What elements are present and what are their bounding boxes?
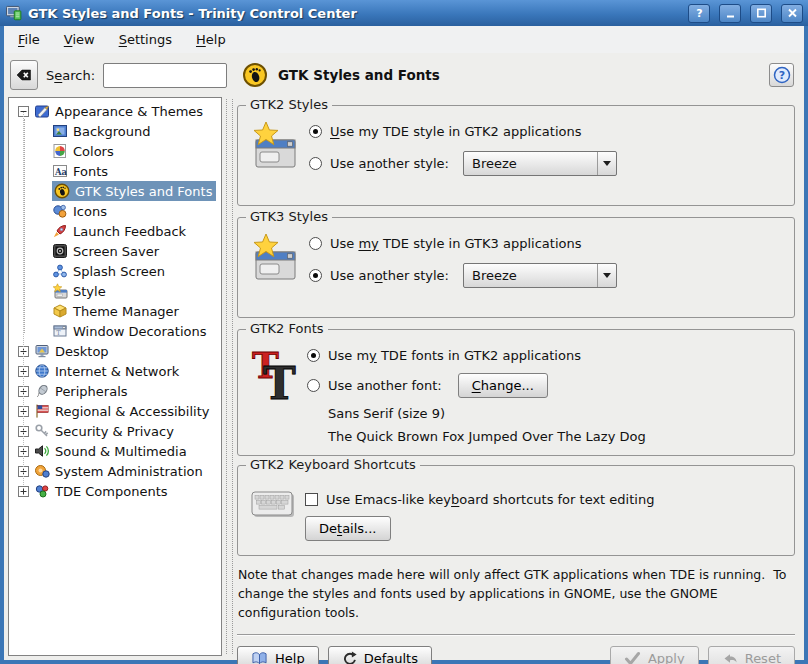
- gtk2-use-tde-fonts-option[interactable]: Use my TDE fonts in GTK2 applications: [307, 345, 646, 365]
- app-window-icon[interactable]: [6, 5, 22, 21]
- gtk3-styles-legend: GTK3 Styles: [246, 209, 332, 224]
- svg-text:?: ?: [778, 69, 784, 82]
- clear-search-button[interactable]: [10, 60, 38, 90]
- tree-item-window-decorations[interactable]: T Window Decorations: [9, 321, 221, 341]
- style-window-star-icon: [251, 121, 299, 171]
- gtk3-style-combobox[interactable]: Breeze: [463, 263, 617, 288]
- help-button[interactable]: Help: [237, 646, 319, 664]
- tree-item-system-administration[interactable]: System Administration: [9, 461, 221, 481]
- checkbox-unchecked[interactable]: [305, 493, 318, 506]
- gtk2-keyboard-shortcuts-legend: GTK2 Keyboard Shortcuts: [246, 457, 420, 472]
- double-t-fonts-icon: T T: [251, 345, 297, 407]
- mouse-icon: [34, 383, 50, 399]
- radio-unchecked[interactable]: [309, 237, 322, 250]
- titlebar-help-button[interactable]: ?: [688, 4, 710, 23]
- icons-icon: [52, 203, 68, 219]
- gtk2-keyboard-shortcuts-group: GTK2 Keyboard Shortcuts: [237, 465, 795, 556]
- minimize-icon: [725, 7, 736, 19]
- minimize-button[interactable]: [719, 4, 741, 23]
- titlebar[interactable]: GTK Styles and Fonts - Trinity Control C…: [0, 0, 808, 26]
- footer-separator: [237, 634, 795, 636]
- details-button[interactable]: Details...: [305, 516, 391, 541]
- expand-plus-icon[interactable]: [18, 486, 29, 497]
- fonts-icon: Aa: [52, 163, 68, 179]
- gtk2-use-another-font-option[interactable]: Use another font: Change...: [307, 373, 646, 398]
- tree-item-gtk-styles-and-fonts[interactable]: GTK Styles and Fonts: [9, 181, 221, 201]
- gtk-module-icon: [242, 62, 268, 88]
- tree-item-regional-accessibility[interactable]: Regional & Accessibility: [9, 401, 221, 421]
- tree-item-launch-feedback[interactable]: Launch Feedback: [9, 221, 221, 241]
- window-title: GTK Styles and Fonts - Trinity Control C…: [28, 6, 679, 21]
- keyboard-icon: [251, 489, 295, 519]
- radio-unchecked[interactable]: [307, 379, 320, 392]
- radio-checked[interactable]: [309, 269, 322, 282]
- search-input[interactable]: [103, 63, 227, 88]
- context-help-button[interactable]: ?: [769, 63, 794, 87]
- selected-font-name: Sans Serif (size 9): [328, 406, 646, 421]
- tree-item-style[interactable]: Style: [9, 281, 221, 301]
- menu-view[interactable]: View: [64, 32, 95, 47]
- tree-item-security-privacy[interactable]: Security & Privacy: [9, 421, 221, 441]
- tree-item-fonts[interactable]: Aa Fonts: [9, 161, 221, 181]
- change-font-button[interactable]: Change...: [458, 373, 548, 398]
- undo-arrow-icon: [722, 652, 738, 664]
- tree-item-desktop[interactable]: Desktop: [9, 341, 221, 361]
- style-window-star-icon: [251, 233, 299, 283]
- screen-saver-icon: [52, 243, 68, 259]
- tree-item-appearance-themes[interactable]: Appearance & Themes: [9, 101, 221, 121]
- components-icon: [34, 483, 50, 499]
- footer-button-row: Help Defaults Apply: [237, 646, 795, 664]
- flag-icon: [34, 403, 50, 419]
- tree-item-splash-screen[interactable]: Splash Screen: [9, 261, 221, 281]
- menu-file[interactable]: File: [18, 32, 40, 47]
- maximize-icon: [756, 7, 767, 19]
- check-icon: [624, 651, 641, 664]
- gtk2-fonts-group: GTK2 Fonts T T Use my TDE fonts in GTK2 …: [237, 329, 795, 456]
- close-button[interactable]: [781, 4, 803, 23]
- apply-button[interactable]: Apply: [610, 646, 699, 664]
- radio-checked[interactable]: [309, 125, 322, 138]
- tree-item-peripherals[interactable]: Peripherals: [9, 381, 221, 401]
- maximize-button[interactable]: [750, 4, 772, 23]
- window-decorations-icon: T: [52, 323, 68, 339]
- tree-item-sound-multimedia[interactable]: Sound & Multimedia: [9, 441, 221, 461]
- tree-item-screen-saver[interactable]: Screen Saver: [9, 241, 221, 261]
- clear-left-icon: [16, 67, 32, 83]
- svg-text:Aa: Aa: [54, 167, 68, 177]
- tree-item-colors[interactable]: Colors: [9, 141, 221, 161]
- gtk2-use-another-style-option[interactable]: Use another style: Breeze: [309, 151, 617, 176]
- gtk2-styles-legend: GTK2 Styles: [246, 97, 332, 112]
- menubar: File View Settings Help: [4, 26, 804, 53]
- radio-checked[interactable]: [307, 349, 320, 362]
- style-icon: [52, 283, 68, 299]
- gtk-icon: [54, 183, 70, 199]
- menu-help[interactable]: Help: [196, 32, 226, 47]
- gtk3-use-another-style-option[interactable]: Use another style: Breeze: [309, 263, 617, 288]
- window-body: File View Settings Help Search:: [0, 26, 808, 664]
- tree-item-internet-network[interactable]: Internet & Network: [9, 361, 221, 381]
- menu-settings[interactable]: Settings: [119, 32, 172, 47]
- tree-item-icons[interactable]: Icons: [9, 201, 221, 221]
- tree-item-theme-manager[interactable]: Theme Manager: [9, 301, 221, 321]
- gtk2-style-combobox[interactable]: Breeze: [463, 151, 617, 176]
- reset-button[interactable]: Reset: [708, 646, 795, 664]
- svg-text:T: T: [263, 358, 296, 407]
- tree-item-tde-components[interactable]: TDE Components: [9, 481, 221, 501]
- panel-splitter[interactable]: [222, 97, 237, 656]
- gtk3-styles-group: GTK3 Styles Use my TDE styl: [237, 217, 795, 318]
- emacs-shortcuts-option[interactable]: Use Emacs-like keyboard shortcuts for te…: [305, 489, 654, 509]
- defaults-button[interactable]: Defaults: [328, 646, 432, 664]
- font-preview-text: The Quick Brown Fox Jumped Over The Lazy…: [328, 429, 646, 444]
- theme-manager-icon: [52, 303, 68, 319]
- tree-item-background[interactable]: Background: [9, 121, 221, 141]
- gtk3-use-tde-style-option[interactable]: Use my TDE style in GTK3 applications: [309, 233, 617, 253]
- settings-content: GTK2 Styles Use my TDE styl: [237, 97, 804, 656]
- page-title: GTK Styles and Fonts: [278, 67, 440, 83]
- gnome-note-text: Note that changes made here will only af…: [238, 566, 793, 622]
- radio-unchecked[interactable]: [309, 157, 322, 170]
- gtk2-use-tde-style-option[interactable]: Use my TDE style in GTK2 applications: [309, 121, 617, 141]
- search-label: Search:: [46, 68, 95, 83]
- gtk2-fonts-legend: GTK2 Fonts: [246, 321, 328, 336]
- search-zone: Search:: [4, 60, 233, 90]
- selected-tree-item: GTK Styles and Fonts: [52, 181, 216, 201]
